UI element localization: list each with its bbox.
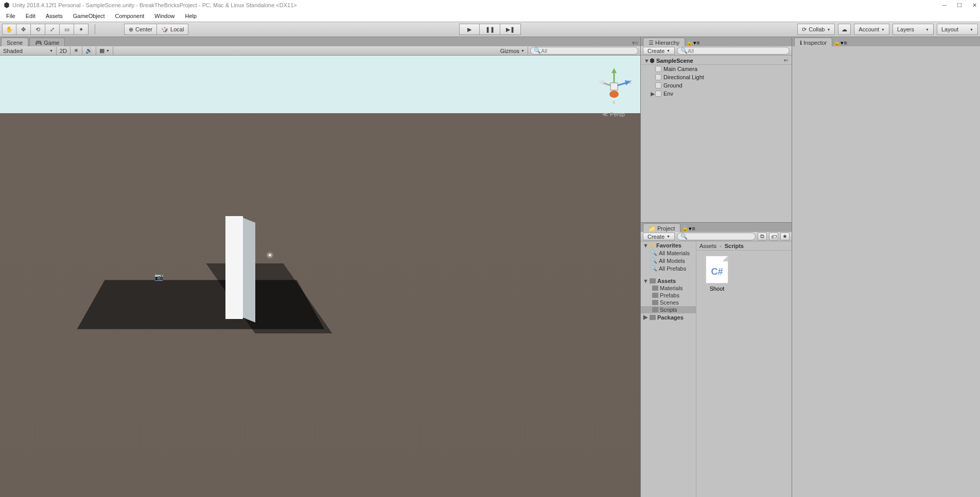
menu-assets[interactable]: Assets bbox=[41, 12, 68, 20]
gizmos-dropdown[interactable]: Gizmos▼ bbox=[497, 47, 528, 55]
menu-file[interactable]: File bbox=[1, 12, 21, 20]
menu-edit[interactable]: Edit bbox=[21, 12, 41, 20]
foldout-icon[interactable]: ▼ bbox=[644, 58, 649, 64]
info-icon: ℹ bbox=[800, 40, 802, 46]
svg-marker-7 bbox=[598, 80, 604, 85]
transform-tool-button[interactable]: ✦ bbox=[74, 24, 89, 35]
window-minimize-icon[interactable]: ─ bbox=[942, 2, 947, 9]
favorite-item[interactable]: 🔍All Materials bbox=[641, 249, 696, 257]
project-label-icon[interactable]: 🏷 bbox=[769, 233, 778, 240]
foldout-icon[interactable]: ▶ bbox=[650, 91, 655, 97]
menu-window[interactable]: Window bbox=[149, 12, 180, 20]
hierarchy-scene-row[interactable]: ▼ SampleScene ▾≡ bbox=[641, 57, 792, 65]
main-toolbar: ✋ ✥ ⟲ ⤢ ▭ ✦ ⊕Center 🎲Local ▶ ❚❚ ▶❚ ⟳Coll… bbox=[0, 22, 980, 37]
asset-item[interactable]: Shoot bbox=[702, 256, 732, 292]
menu-bar: File Edit Assets GameObject Component Wi… bbox=[0, 10, 980, 22]
unity-logo-icon bbox=[3, 2, 10, 9]
hierarchy-item[interactable]: Directional Light bbox=[641, 73, 792, 81]
scene-viewport[interactable]: 📷 ☀ z x ≪ Persp bbox=[0, 56, 640, 497]
shading-dropdown[interactable]: Shaded▼ bbox=[0, 47, 57, 55]
window-title: Unity 2018.4.12f1 Personal - SampleScene… bbox=[12, 2, 297, 8]
hierarchy-item[interactable]: Main Camera bbox=[641, 65, 792, 73]
folder-icon: 📁 bbox=[649, 225, 656, 232]
rect-tool-button[interactable]: ▭ bbox=[60, 24, 74, 35]
panel-lock-icon[interactable]: 🔒 bbox=[686, 40, 693, 46]
camera-gizmo-icon[interactable]: 📷 bbox=[154, 273, 163, 281]
project-create-dropdown[interactable]: Create▼ bbox=[643, 233, 675, 240]
collab-dropdown[interactable]: ⟳Collab▼ bbox=[797, 24, 835, 35]
panel-options-icon[interactable]: ▾≡ bbox=[841, 40, 847, 46]
folder-item[interactable]: Materials bbox=[641, 285, 696, 292]
toggle-lighting[interactable]: ☀ bbox=[71, 47, 82, 55]
menu-gameobject[interactable]: GameObject bbox=[68, 12, 110, 20]
menu-component[interactable]: Component bbox=[110, 12, 149, 20]
scene-search-input[interactable]: 🔍All bbox=[530, 47, 638, 55]
perspective-label[interactable]: ≪ Persp bbox=[602, 111, 625, 118]
toggle-fx[interactable]: ▦▼ bbox=[96, 47, 113, 55]
gameobject-icon bbox=[655, 91, 661, 97]
panel-lock-icon[interactable]: 🔒 bbox=[833, 40, 841, 46]
window-close-icon[interactable]: ✕ bbox=[972, 2, 977, 9]
favorite-item[interactable]: 🔍All Prefabs bbox=[641, 264, 696, 272]
project-star-icon[interactable]: ★ bbox=[780, 233, 790, 240]
project-breadcrumb: Assets › Scripts bbox=[696, 241, 792, 251]
local-icon: 🎲 bbox=[161, 26, 168, 33]
panel-options-icon[interactable]: ▾≡ bbox=[693, 40, 699, 46]
panel-options-icon[interactable]: ▾≡ bbox=[689, 225, 695, 232]
scene-wall-side bbox=[243, 218, 255, 323]
hand-tool-button[interactable]: ✋ bbox=[2, 24, 16, 35]
orientation-gizmo[interactable]: z x bbox=[596, 66, 632, 112]
panel-lock-icon[interactable]: 🔒 bbox=[681, 225, 689, 232]
light-gizmo-icon[interactable]: ☀ bbox=[267, 251, 273, 259]
project-search-input[interactable]: 🔍 bbox=[677, 233, 756, 240]
layout-dropdown[interactable]: Layout▼ bbox=[937, 24, 978, 35]
svg-marker-2 bbox=[611, 68, 617, 73]
chevron-right-icon: › bbox=[720, 243, 722, 249]
tab-hierarchy[interactable]: ☰Hierarchy bbox=[643, 38, 685, 46]
pivot-center-button[interactable]: ⊕Center bbox=[124, 24, 157, 35]
hierarchy-icon: ☰ bbox=[649, 40, 654, 46]
search-icon: 🔍 bbox=[650, 265, 657, 272]
tab-inspector[interactable]: ℹInspector bbox=[794, 38, 832, 46]
assets-header[interactable]: ▼Assets bbox=[641, 277, 696, 285]
search-icon: 🔍 bbox=[680, 47, 688, 54]
packages-header[interactable]: ▶Packages bbox=[641, 313, 696, 321]
cloud-button[interactable]: ☁ bbox=[838, 24, 851, 35]
step-button[interactable]: ▶❚ bbox=[500, 24, 521, 35]
scene-menu-icon[interactable]: ▾≡ bbox=[784, 58, 789, 63]
pause-button[interactable]: ❚❚ bbox=[480, 24, 500, 35]
folder-item-selected[interactable]: Scripts bbox=[641, 306, 696, 313]
move-tool-button[interactable]: ✥ bbox=[16, 24, 31, 35]
svg-rect-8 bbox=[610, 83, 618, 90]
collab-icon: ⟳ bbox=[802, 26, 807, 33]
favorites-header[interactable]: ▼★Favorites bbox=[641, 241, 696, 249]
audio-icon: 🔊 bbox=[85, 47, 93, 54]
rotate-tool-button[interactable]: ⟲ bbox=[31, 24, 45, 35]
layers-dropdown[interactable]: Layers▼ bbox=[892, 24, 934, 35]
breadcrumb-item[interactable]: Assets bbox=[699, 243, 716, 249]
hierarchy-search-input[interactable]: 🔍All bbox=[677, 47, 790, 55]
hierarchy-create-dropdown[interactable]: Create▼ bbox=[643, 47, 675, 55]
tab-game[interactable]: 🎮Game bbox=[29, 38, 65, 46]
scale-tool-button[interactable]: ⤢ bbox=[45, 24, 60, 35]
folder-item[interactable]: Prefabs bbox=[641, 292, 696, 299]
toggle-2d[interactable]: 2D bbox=[57, 47, 71, 55]
toggle-audio[interactable]: 🔊 bbox=[82, 47, 96, 55]
folder-icon bbox=[652, 293, 658, 298]
project-filter-icon[interactable]: ⧉ bbox=[758, 233, 767, 240]
breadcrumb-item[interactable]: Scripts bbox=[725, 243, 744, 249]
account-dropdown[interactable]: Account▼ bbox=[854, 24, 889, 35]
window-maximize-icon[interactable]: ☐ bbox=[957, 2, 962, 9]
tab-options-icon[interactable]: ▾≡ bbox=[632, 40, 638, 46]
folder-item[interactable]: Scenes bbox=[641, 299, 696, 306]
hierarchy-item[interactable]: Ground bbox=[641, 81, 792, 90]
pivot-local-button[interactable]: 🎲Local bbox=[157, 24, 188, 35]
play-button[interactable]: ▶ bbox=[459, 24, 480, 35]
game-icon: 🎮 bbox=[35, 40, 42, 46]
menu-help[interactable]: Help bbox=[180, 12, 202, 20]
favorite-item[interactable]: 🔍All Models bbox=[641, 257, 696, 264]
tab-project[interactable]: 📁Project bbox=[643, 223, 680, 232]
tab-scene[interactable]: Scene bbox=[1, 38, 28, 46]
gameobject-icon bbox=[655, 74, 661, 80]
hierarchy-item[interactable]: ▶Env bbox=[641, 90, 792, 98]
